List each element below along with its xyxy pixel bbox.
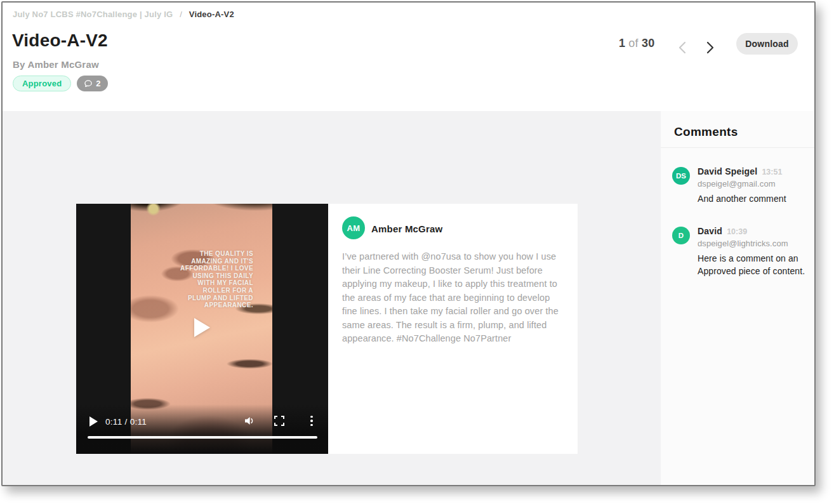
breadcrumb-parent-link[interactable]: July No7 LCBS #No7Challenge | July IG [13,10,173,19]
status-badges: Approved 2 [13,76,108,91]
commenter-email: dspeigel@gmail.com [698,179,805,189]
status-badge-approved: Approved [13,76,71,91]
creator-avatar: AM [342,216,365,239]
comments-title: Comments [674,125,738,139]
kebab-menu-icon[interactable] [307,414,317,427]
comments-sidebar: Comments DS David Speigel13:51 dspeigel@… [661,111,814,485]
previous-item-button[interactable] [674,39,691,56]
caption-panel: AM Amber McGraw I’ve partnered with @no7… [328,204,578,454]
pagination-total: 30 [642,37,655,50]
comments-list: DS David Speigel13:51 dspeigel@gmail.com… [661,166,814,277]
download-button[interactable]: Download [736,33,798,55]
breadcrumb-current: Video-A-V2 [189,10,234,19]
comment-item: D David10:39 dspeigel@lightricks.com Her… [661,225,814,277]
breadcrumb-separator: / [180,10,182,19]
comments-divider [661,147,814,148]
comment-item: DS David Speigel13:51 dspeigel@gmail.com… [661,166,814,205]
comment-count-value: 2 [96,79,100,88]
author-byline: By Amber McGraw [13,59,99,70]
commenter-email: dspeigel@lightricks.com [698,239,805,248]
screenshot-root: July No7 LCBS #No7Challenge | July IG / … [0,0,834,504]
video-player[interactable]: THE QUALITY IS AMAZING AND IT'S AFFORDAB… [76,204,328,454]
pagination-of-label: of [628,37,639,50]
video-overlay-text: THE QUALITY IS AMAZING AND IT'S AFFORDAB… [180,250,253,309]
commenter-avatar: DS [672,167,690,185]
video-controls-shade [76,404,328,454]
next-item-button[interactable] [702,39,718,56]
pagination-indicator: 1of30 [619,37,655,50]
video-progress-bar[interactable] [88,436,317,439]
comment-timestamp: 13:51 [762,168,782,176]
breadcrumb: July No7 LCBS #No7Challenge | July IG / … [13,10,234,19]
comment-text: Here is a comment on an Approved piece o… [698,252,805,277]
commenter-name: David Speigel [698,166,757,176]
creator-name: Amber McGraw [371,223,442,234]
video-time-display: 0:11 / 0:11 [105,417,147,427]
page-title: Video-A-V2 [12,30,108,51]
commenter-name: David [698,226,722,236]
comment-count-badge[interactable]: 2 [77,76,107,91]
fullscreen-icon[interactable] [274,415,285,427]
pagination-current: 1 [619,37,625,50]
chevron-left-icon [678,41,686,54]
app-window: July No7 LCBS #No7Challenge | July IG / … [1,1,816,486]
comment-bubble-icon [84,79,93,88]
volume-icon[interactable] [242,414,256,428]
comment-timestamp: 10:39 [727,227,747,236]
content-area: THE QUALITY IS AMAZING AND IT'S AFFORDAB… [3,111,661,485]
chevron-right-icon [706,41,714,54]
comment-text: And another comment [698,192,805,205]
play-overlay-icon[interactable] [194,318,210,337]
play-button-icon[interactable] [89,416,98,427]
caption-text: I’ve partnered with @no7usa to show you … [342,250,566,346]
commenter-avatar: D [672,227,690,244]
